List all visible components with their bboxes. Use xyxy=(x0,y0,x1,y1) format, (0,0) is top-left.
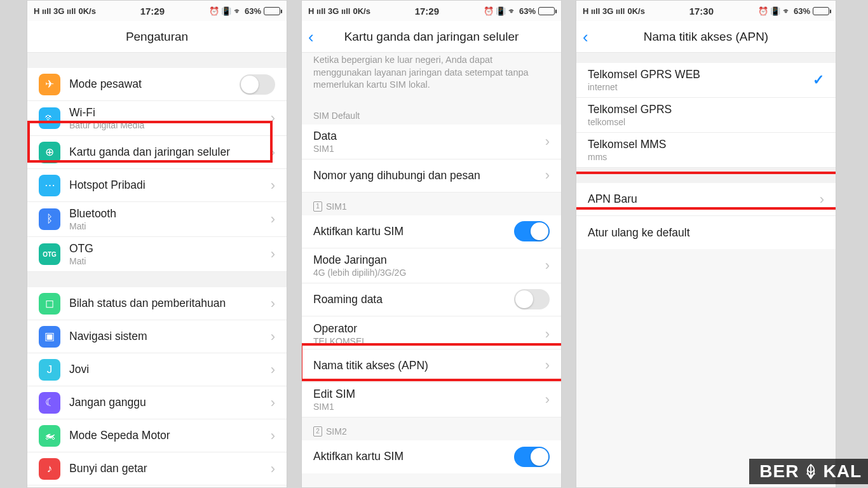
chevron-right-icon: › xyxy=(545,393,550,407)
page-title: Kartu ganda dan jaringan seluler xyxy=(344,30,519,44)
sim2-toggle[interactable] xyxy=(514,447,550,467)
page-title: Nama titik akses (APN) xyxy=(644,30,768,44)
motorbike-icon: 🏍 xyxy=(39,425,60,447)
chevron-right-icon: › xyxy=(271,297,275,311)
row-apn[interactable]: Nama titik akses (APN) › xyxy=(302,349,561,383)
otg-icon: OTG xyxy=(39,243,60,265)
signal-icon: H ııll 3G ııll xyxy=(308,6,350,16)
chevron-right-icon: › xyxy=(820,193,824,207)
row-activate-sim1[interactable]: Aktifkan kartu SIM xyxy=(302,215,561,248)
row-bluetooth[interactable]: ᛒ BluetoothMati › xyxy=(27,202,287,237)
battery-pct: 63% xyxy=(245,6,261,16)
chevron-right-icon: › xyxy=(271,396,275,410)
status-bar: H ııll 3G ııll 0K/s 17:30 ⏰ 📳 ᯤ 63% xyxy=(576,1,836,21)
row-reset-apn[interactable]: Atur ulang ke default xyxy=(576,216,836,249)
row-statusbar-notif[interactable]: ◻ Bilah status dan pemberitahuan › xyxy=(27,287,287,320)
chevron-right-icon: › xyxy=(271,429,275,443)
status-icons: ⏰ 📳 ᯤ xyxy=(758,6,791,16)
row-number[interactable]: Nomor yang dihubungi dan pesan › xyxy=(302,159,561,193)
row-wifi[interactable]: ᯤ Wi-FiBatur Digital Media › xyxy=(27,101,287,136)
statusbar-icon: ◻ xyxy=(39,293,60,315)
section-sim2: 2SIM2 xyxy=(302,417,561,440)
chevron-right-icon: › xyxy=(545,327,550,341)
signal-icon: H ııll 3G ııll xyxy=(34,6,76,16)
battery-pct: 63% xyxy=(519,6,536,16)
chevron-right-icon: › xyxy=(271,330,275,344)
battery-icon xyxy=(538,7,555,15)
wifi-icon: ᯤ xyxy=(39,107,60,129)
phone-1-settings: H ııll 3G ııll 0K/s 17:29 ⏰ 📳 ᯤ 63% Peng… xyxy=(27,0,287,488)
row-motorbike[interactable]: 🏍 Mode Sepeda Motor › xyxy=(27,419,287,452)
net-speed: 0K/s xyxy=(353,6,370,16)
row-dual-sim[interactable]: ⊕ Kartu ganda dan jaringan seluler › xyxy=(27,136,287,169)
back-button[interactable]: ‹ xyxy=(308,29,314,45)
header: Pengaturan xyxy=(27,21,287,53)
phone-3-apn: H ııll 3G ııll 0K/s 17:30 ⏰ 📳 ᯤ 63% ‹ Na… xyxy=(576,0,836,488)
row-display[interactable]: ☀ Tampilan dan kecerahan › xyxy=(27,485,287,488)
clock: 17:29 xyxy=(140,6,165,17)
status-bar: H ııll 3G ııll 0K/s 17:29 ⏰ 📳 ᯤ 63% xyxy=(302,1,561,21)
section-sim-default: SIM Default xyxy=(302,99,561,125)
row-nav[interactable]: ▣ Navigasi sistem › xyxy=(27,320,287,353)
chevron-right-icon: › xyxy=(271,462,275,476)
header: ‹ Nama titik akses (APN) xyxy=(576,21,836,53)
nav-icon: ▣ xyxy=(39,326,60,348)
chevron-right-icon: › xyxy=(271,363,275,377)
back-button[interactable]: ‹ xyxy=(583,29,588,45)
chevron-right-icon: › xyxy=(545,259,550,273)
sound-icon: ♪ xyxy=(39,458,60,480)
hotspot-icon: ⋯ xyxy=(39,175,60,196)
sim1-toggle[interactable] xyxy=(514,221,550,241)
row-hotspot[interactable]: ⋯ Hotspot Pribadi › xyxy=(27,169,287,202)
jovi-icon: J xyxy=(39,359,60,381)
row-edit-sim[interactable]: Edit SIMSIM1 › xyxy=(302,383,561,417)
row-sound[interactable]: ♪ Bunyi dan getar › xyxy=(27,452,287,485)
phone-2-network: H ııll 3G ııll 0K/s 17:29 ⏰ 📳 ᯤ 63% ‹ Ka… xyxy=(301,0,562,488)
row-jovi[interactable]: J Jovi › xyxy=(27,353,287,386)
status-icons: ⏰ 📳 ᯤ xyxy=(484,6,517,16)
chevron-right-icon: › xyxy=(271,247,275,261)
section-sim1: 1SIM1 xyxy=(302,193,561,215)
chevron-right-icon: › xyxy=(271,179,275,193)
battery-icon xyxy=(264,7,280,15)
net-speed: 0K/s xyxy=(78,6,95,16)
globe-icon: ⊕ xyxy=(39,142,60,163)
bluetooth-icon: ᛒ xyxy=(39,208,60,230)
clock: 17:30 xyxy=(689,6,714,17)
status-icons: ⏰ 📳 ᯤ xyxy=(209,6,242,16)
chevron-right-icon: › xyxy=(271,212,275,226)
apn-item[interactable]: Telkomsel MMSmms xyxy=(576,133,836,168)
apn-item[interactable]: Telkomsel GPRStelkomsel xyxy=(576,98,836,133)
row-airplane[interactable]: ✈ Mode pesawat xyxy=(27,68,287,101)
chevron-right-icon: › xyxy=(545,358,550,372)
clock: 17:29 xyxy=(415,6,439,17)
battery-pct: 63% xyxy=(794,6,810,16)
apn-item[interactable]: Telkomsel GPRS WEBinternet ✓ xyxy=(576,63,836,98)
header: ‹ Kartu ganda dan jaringan seluler xyxy=(302,21,561,53)
row-roaming[interactable]: Roaming data xyxy=(302,283,561,316)
chevron-right-icon: › xyxy=(545,168,550,182)
check-icon: ✓ xyxy=(813,72,824,88)
row-otg[interactable]: OTG OTGMati › xyxy=(27,237,287,272)
net-speed: 0K/s xyxy=(627,6,644,16)
watermark: BER KAL xyxy=(749,459,868,484)
row-new-apn[interactable]: APN Baru › xyxy=(576,183,836,216)
chevron-right-icon: › xyxy=(271,146,275,159)
roaming-toggle[interactable] xyxy=(514,289,550,309)
intro-text: Ketika bepergian ke luar negeri, Anda da… xyxy=(302,53,561,99)
row-operator[interactable]: OperatorTELKOMSEL › xyxy=(302,316,561,349)
signal-icon: H ııll 3G ııll xyxy=(583,6,625,16)
chevron-right-icon: › xyxy=(271,111,275,125)
moon-icon: ☾ xyxy=(39,392,60,414)
leaf-icon xyxy=(803,463,819,480)
airplane-icon: ✈ xyxy=(39,74,60,95)
row-data[interactable]: DataSIM1 › xyxy=(302,125,561,159)
battery-icon xyxy=(813,7,829,15)
row-network-mode[interactable]: Mode Jaringan4G (lebih dipilih)/3G/2G › xyxy=(302,248,561,283)
page-title: Pengaturan xyxy=(126,30,188,44)
chevron-right-icon: › xyxy=(545,135,550,149)
status-bar: H ııll 3G ııll 0K/s 17:29 ⏰ 📳 ᯤ 63% xyxy=(27,1,287,21)
airplane-toggle[interactable] xyxy=(240,74,275,95)
row-dnd[interactable]: ☾ Jangan ganggu › xyxy=(27,386,287,419)
row-activate-sim2[interactable]: Aktifkan kartu SIM xyxy=(302,440,561,473)
